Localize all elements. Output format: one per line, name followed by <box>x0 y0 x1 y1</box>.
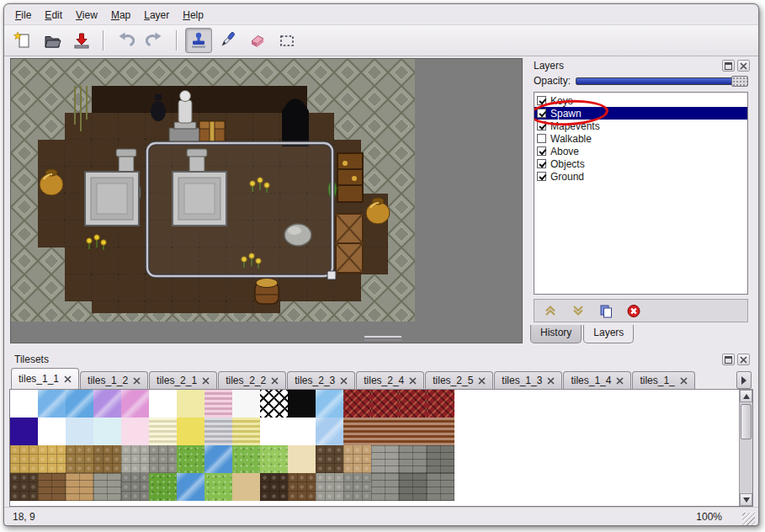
palette-tile[interactable] <box>38 473 66 501</box>
scroll-down-button[interactable] <box>740 493 752 506</box>
menu-map[interactable]: Map <box>105 8 136 23</box>
layer-row-objects[interactable]: Objects <box>534 157 747 170</box>
palette-tile[interactable] <box>149 418 177 445</box>
palette-tile[interactable] <box>316 418 343 445</box>
palette-tile[interactable] <box>427 473 454 501</box>
tileset-tab-tiles_1_3[interactable]: tiles_1_3 <box>494 371 562 389</box>
palette-tile[interactable] <box>427 445 454 473</box>
tab-close-icon[interactable] <box>64 375 72 383</box>
palette-tile[interactable] <box>121 390 149 418</box>
palette-tile[interactable] <box>10 418 38 445</box>
layer-visibility-checkbox[interactable] <box>537 109 546 118</box>
palette-tile[interactable] <box>177 473 205 501</box>
palette-tile[interactable] <box>316 473 343 501</box>
palette-tile[interactable] <box>288 418 316 445</box>
layer-visibility-checkbox[interactable] <box>537 159 546 168</box>
palette-tile[interactable] <box>260 445 288 473</box>
palette-tile[interactable] <box>149 445 177 473</box>
palette-tile[interactable] <box>93 418 121 445</box>
tab-history[interactable]: History <box>530 325 582 343</box>
tileset-tab-tiles_1_2[interactable]: tiles_1_2 <box>80 371 148 389</box>
menu-help[interactable]: Help <box>177 8 210 23</box>
palette-tile[interactable] <box>232 390 260 418</box>
palette-tile[interactable] <box>371 473 399 501</box>
palette-tile[interactable] <box>205 473 232 501</box>
palette-tile[interactable] <box>38 418 66 445</box>
selection-resize-handle[interactable] <box>327 271 336 279</box>
tab-close-icon[interactable] <box>616 377 624 385</box>
layer-row-walkable[interactable]: Walkable <box>534 132 747 145</box>
tileset-tab-tiles_1_1[interactable]: tiles_1_1 <box>11 368 79 389</box>
tilesets-panel-titlebar[interactable]: Tilesets <box>9 352 753 367</box>
palette-tile[interactable] <box>66 390 93 418</box>
tileset-tab-tiles_1_[interactable]: tiles_1_ <box>632 371 694 389</box>
undo-button[interactable] <box>112 28 139 53</box>
dock-splitter-handle[interactable] <box>364 336 401 341</box>
palette-tile[interactable] <box>177 418 205 445</box>
float-panel-button[interactable] <box>722 354 735 365</box>
menu-file[interactable]: File <box>9 8 37 23</box>
palette-tile[interactable] <box>121 418 149 445</box>
palette-tile[interactable] <box>288 473 316 501</box>
palette-tile[interactable] <box>371 390 399 418</box>
palette-tile[interactable] <box>121 473 149 501</box>
layer-row-keys[interactable]: Keys <box>534 94 747 107</box>
save-button[interactable] <box>68 28 95 53</box>
layer-row-ground[interactable]: Ground <box>534 170 747 183</box>
tab-close-icon[interactable] <box>478 377 486 385</box>
palette-tile[interactable] <box>427 418 454 445</box>
tab-close-icon[interactable] <box>409 377 417 385</box>
layer-row-spawn[interactable]: Spawn <box>534 107 747 120</box>
menu-layer[interactable]: Layer <box>138 8 175 23</box>
duplicate-layer-button[interactable] <box>596 301 616 320</box>
tileset-tab-tiles_2_1[interactable]: tiles_2_1 <box>149 371 217 389</box>
tab-close-icon[interactable] <box>202 377 210 385</box>
layer-row-above[interactable]: Above <box>534 145 747 157</box>
palette-tile[interactable] <box>343 473 371 501</box>
palette-tile[interactable] <box>399 445 427 473</box>
window-resize-grip[interactable] <box>742 513 755 525</box>
palette-tile[interactable] <box>149 473 177 501</box>
eraser-button[interactable] <box>244 28 271 53</box>
tab-close-icon[interactable] <box>271 377 279 385</box>
palette-tile[interactable] <box>10 473 38 501</box>
layer-visibility-checkbox[interactable] <box>537 96 546 105</box>
tileset-tab-tiles_2_2[interactable]: tiles_2_2 <box>218 371 286 389</box>
palette-tile[interactable] <box>260 418 288 445</box>
palette-tile[interactable] <box>66 473 93 501</box>
close-panel-button[interactable] <box>737 60 750 72</box>
palette-tile[interactable] <box>38 445 66 473</box>
layer-visibility-checkbox[interactable] <box>537 134 546 143</box>
float-panel-button[interactable] <box>722 60 735 72</box>
select-button[interactable] <box>274 28 300 53</box>
palette-tile[interactable] <box>399 473 427 501</box>
palette-tile[interactable] <box>343 445 371 473</box>
palette-tile[interactable] <box>316 445 343 473</box>
palette-tile[interactable] <box>399 418 427 445</box>
palette-tile[interactable] <box>316 390 343 418</box>
layer-visibility-checkbox[interactable] <box>537 121 546 130</box>
tab-close-icon[interactable] <box>680 377 688 385</box>
palette-tile[interactable] <box>288 390 316 418</box>
palette-scrollbar[interactable] <box>739 390 752 506</box>
map-canvas[interactable] <box>10 58 523 343</box>
tab-close-icon[interactable] <box>547 377 555 385</box>
palette-tile[interactable] <box>149 390 177 418</box>
palette-tile[interactable] <box>399 390 427 418</box>
raise-layer-button[interactable] <box>540 301 560 320</box>
menu-view[interactable]: View <box>70 8 104 23</box>
palette-tile[interactable] <box>371 418 399 445</box>
tab-close-icon[interactable] <box>340 377 348 385</box>
palette-tile[interactable] <box>177 445 205 473</box>
palette-tile[interactable] <box>10 445 38 473</box>
palette-tile[interactable] <box>66 418 93 445</box>
selection-rectangle[interactable] <box>147 143 336 279</box>
palette-tile[interactable] <box>177 390 205 418</box>
palette-tile[interactable] <box>93 390 121 418</box>
tileset-tab-tiles_1_4[interactable]: tiles_1_4 <box>563 371 631 389</box>
palette-tile[interactable] <box>205 390 232 418</box>
tab-scroll-right-button[interactable] <box>736 371 752 389</box>
lower-layer-button[interactable] <box>568 301 588 320</box>
tab-layers[interactable]: Layers <box>583 325 634 343</box>
palette-tile[interactable] <box>121 445 149 473</box>
